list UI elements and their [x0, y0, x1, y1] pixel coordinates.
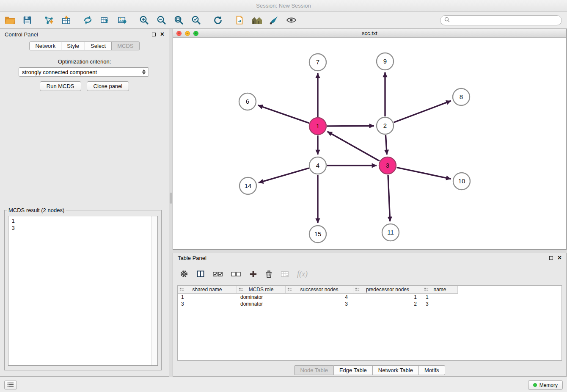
- clear-selection-icon[interactable]: [231, 271, 241, 277]
- zoom-selected-icon[interactable]: [190, 14, 202, 26]
- style-tool-icon[interactable]: [268, 14, 280, 26]
- toolbar-group: [234, 14, 297, 26]
- close-panel-icon[interactable]: ×: [160, 31, 164, 38]
- delete-rows-icon[interactable]: [265, 270, 272, 278]
- graph-edge-3-10[interactable]: [397, 168, 451, 179]
- export-image-icon[interactable]: [117, 14, 128, 26]
- tab-style[interactable]: Style: [61, 41, 85, 50]
- export-table-icon[interactable]: [99, 14, 111, 26]
- table-panel-title: Table Panel: [178, 255, 206, 261]
- network-analyzer-icon[interactable]: [251, 14, 262, 26]
- close-table-panel-icon[interactable]: ×: [558, 254, 561, 261]
- graph-edge-1-6[interactable]: [258, 105, 309, 123]
- graph-node-4[interactable]: 4: [309, 157, 326, 174]
- column-header-mcds-role[interactable]: MCDS role: [237, 286, 286, 294]
- graph-edge-2-3[interactable]: [385, 135, 387, 155]
- control-panel: Control Panel × NetworkStyleSelectMCDS O…: [0, 29, 169, 377]
- window-titlebar: Session: New Session: [0, 0, 567, 12]
- table-cell[interactable]: dominator: [237, 301, 286, 307]
- table-row[interactable]: 1dominator411: [178, 294, 561, 301]
- zoom-fit-icon[interactable]: [173, 14, 184, 26]
- graph-node-3[interactable]: 3: [379, 157, 396, 174]
- show-columns-icon[interactable]: [196, 270, 205, 278]
- table-cell[interactable]: 2: [353, 301, 422, 307]
- control-panel-tabs: NetworkStyleSelectMCDS: [0, 41, 169, 50]
- search-input[interactable]: [452, 17, 558, 23]
- table-cell[interactable]: 4: [286, 294, 353, 300]
- graph-node-2[interactable]: 2: [377, 117, 394, 134]
- import-table-icon[interactable]: [61, 14, 72, 26]
- tab-edge-table[interactable]: Edge Table: [334, 365, 373, 375]
- export-network-icon[interactable]: [82, 14, 94, 26]
- column-header-predecessor-nodes[interactable]: predecessor nodes: [353, 286, 422, 294]
- close-window-button[interactable]: ×: [176, 31, 182, 36]
- optimization-selected-value: strongly connected component: [22, 69, 97, 75]
- svg-text:11: 11: [387, 229, 394, 236]
- table-cell[interactable]: 1: [353, 294, 422, 300]
- optimization-label: Optimization criterion:: [0, 58, 169, 65]
- refresh-view-icon[interactable]: [212, 14, 223, 26]
- graph-node-14[interactable]: 14: [239, 177, 256, 194]
- save-session-icon[interactable]: [22, 14, 33, 26]
- table-row[interactable]: 3dominator323: [178, 301, 561, 307]
- optimization-select[interactable]: strongly connected component: [19, 67, 149, 77]
- run-mcds-button[interactable]: Run MCDS: [40, 81, 81, 91]
- task-history-button[interactable]: [4, 381, 17, 389]
- add-row-icon[interactable]: [249, 270, 257, 278]
- graph-edge-3-11[interactable]: [388, 175, 390, 221]
- table-cell[interactable]: 1: [422, 294, 458, 300]
- graph-node-11[interactable]: 11: [382, 224, 399, 241]
- tab-mcds[interactable]: MCDS: [112, 41, 139, 50]
- tab-network-table[interactable]: Network Table: [373, 365, 419, 375]
- column-header-shared-name[interactable]: shared name: [178, 286, 237, 294]
- graph-edge-1-2[interactable]: [327, 126, 374, 126]
- graph-node-7[interactable]: 7: [309, 54, 326, 71]
- table-cell[interactable]: 3: [422, 301, 458, 307]
- select-all-icon[interactable]: [213, 271, 223, 277]
- graph-node-15[interactable]: 15: [309, 226, 326, 243]
- memory-status-dot: [533, 383, 537, 387]
- graph-node-6[interactable]: 6: [239, 93, 256, 110]
- tab-select[interactable]: Select: [85, 41, 112, 50]
- vertical-splitter-handle[interactable]: [170, 193, 172, 204]
- graph-edge-3-1[interactable]: [328, 132, 380, 161]
- svg-text:3: 3: [386, 162, 389, 169]
- graph-node-8[interactable]: 8: [453, 88, 470, 105]
- search-box[interactable]: [440, 15, 562, 25]
- minimize-window-button[interactable]: −: [185, 31, 190, 36]
- table-cell[interactable]: 1: [178, 294, 237, 300]
- table-settings-icon[interactable]: [180, 270, 188, 278]
- export-document-icon[interactable]: [234, 14, 245, 26]
- float-panel-icon[interactable]: [152, 33, 156, 36]
- column-header-name[interactable]: name: [422, 286, 458, 294]
- table-cell[interactable]: 3: [286, 301, 353, 307]
- column-header-successor-nodes[interactable]: successor nodes: [286, 286, 353, 294]
- result-scrollbar[interactable]: [151, 216, 157, 365]
- svg-text:14: 14: [245, 182, 252, 189]
- toolbar-group: [43, 14, 72, 26]
- graph-edge-4-14[interactable]: [259, 168, 309, 183]
- network-canvas[interactable]: 7968124314101511: [173, 38, 566, 249]
- show-graphics-icon[interactable]: [286, 14, 297, 26]
- import-network-icon[interactable]: [43, 14, 55, 26]
- open-session-icon[interactable]: [4, 14, 16, 26]
- tab-node-table[interactable]: Node Table: [294, 365, 334, 375]
- graph-node-10[interactable]: 10: [453, 173, 470, 190]
- table-cell[interactable]: dominator: [237, 294, 286, 300]
- tab-network[interactable]: Network: [29, 41, 61, 50]
- zoom-window-button[interactable]: +: [193, 31, 198, 36]
- graph-node-9[interactable]: 9: [377, 53, 394, 70]
- select-arrows-icon: [142, 69, 146, 75]
- tab-motifs[interactable]: Motifs: [419, 365, 445, 375]
- zoom-out-icon[interactable]: [156, 14, 167, 26]
- graph-node-1[interactable]: 1: [309, 118, 326, 135]
- memory-button[interactable]: Memory: [528, 380, 563, 390]
- table-cell[interactable]: 3: [178, 301, 237, 307]
- main-toolbar: [0, 12, 567, 29]
- table-panel-tabs: Node TableEdge TableNetwork TableMotifs: [173, 365, 566, 375]
- zoom-in-icon[interactable]: [138, 14, 150, 26]
- close-panel-button[interactable]: Close panel: [87, 81, 129, 91]
- table-body: 1dominator4113dominator323: [178, 294, 561, 307]
- float-table-panel-icon[interactable]: [549, 256, 553, 260]
- graph-edge-2-8[interactable]: [394, 101, 451, 122]
